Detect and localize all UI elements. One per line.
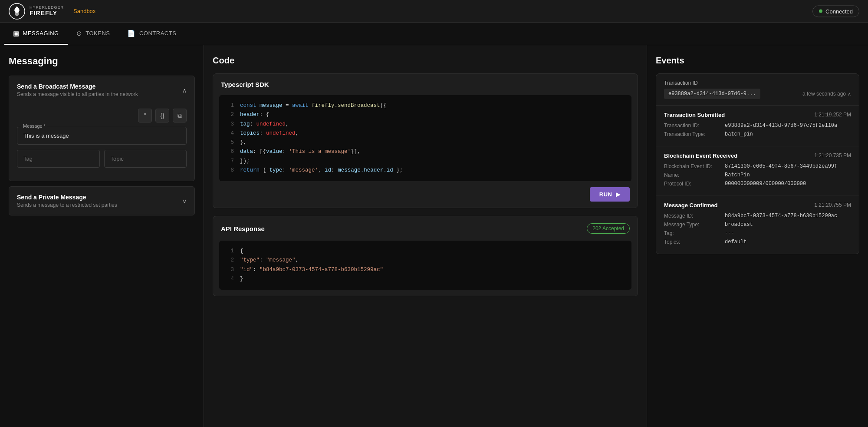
code-line-5: 5 }, (227, 138, 624, 147)
message-input[interactable] (17, 127, 187, 145)
tag-topic-row (17, 150, 187, 173)
event-section-message-confirmed: Message Confirmed 1:21:20.755 PM Message… (656, 196, 859, 254)
api-line-4: 4 } (227, 275, 624, 284)
tab-messaging[interactable]: ▣ MESSAGING (4, 23, 68, 45)
event-val-msg-topics: default (725, 239, 746, 245)
event-section-tx-submitted-header: Transaction Submitted 1:21:19.252 PM (664, 112, 851, 118)
event-key-blockchain-name: Name: (664, 172, 725, 178)
toolbar: " {} ⧉ (17, 109, 187, 122)
private-accordion-header-left: Send a Private Message Sends a message t… (17, 194, 117, 208)
event-section-blockchain: Blockchain Event Received 1:21:20.735 PM… (656, 146, 859, 196)
logo-area: HYPERLEDGER FIREFLY Sandbox (9, 3, 95, 20)
event-section-tx-submitted: Transaction Submitted 1:21:19.252 PM Tra… (656, 106, 859, 146)
topic-field (104, 150, 187, 168)
api-response-title: API Response (221, 225, 265, 232)
event-val-blockchain-name: BatchPin (725, 172, 750, 178)
top-nav: HYPERLEDGER FIREFLY Sandbox Connected (0, 0, 868, 23)
api-response-card: API Response 202 Accepted 1 { 2 "type": … (213, 216, 638, 296)
message-field: Message * (17, 127, 187, 145)
quote-button[interactable]: " (138, 109, 152, 122)
code-line-3: 3 tag: undefined, (227, 120, 624, 129)
tab-tokens[interactable]: ⊙ TOKENS (68, 23, 119, 45)
code-line-6: 6 data: [{value: 'This is a message'}], (227, 147, 624, 156)
events-card: Transaction ID e93889a2-d314-413d-97d6-9… (656, 73, 859, 254)
event-val-tx-type: batch_pin (725, 131, 753, 137)
topic-input[interactable] (104, 150, 187, 168)
broadcast-accordion-body: " {} ⧉ Message * (9, 104, 194, 181)
code-line-7: 7 }); (227, 157, 624, 166)
event-val-msg-tag: --- (725, 230, 734, 236)
left-panel: Messaging Send a Broadcast Message Sends… (0, 45, 204, 427)
api-line-2: 2 "type": "message", (227, 256, 624, 265)
broadcast-chevron-icon: ∧ (182, 87, 187, 94)
transaction-id-header: Transaction ID e93889a2-d314-413d-97d6-9… (656, 74, 859, 106)
brand-text: HYPERLEDGER FIREFLY (30, 6, 64, 17)
center-panel: Code Typescript SDK 1 const message = aw… (204, 45, 647, 427)
event-row-msg-type: Message Type: broadcast (664, 222, 851, 228)
broadcast-accordion-header-left: Send a Broadcast Message Sends a message… (17, 83, 138, 97)
center-title: Code (213, 56, 638, 66)
event-val-msg-type: broadcast (725, 222, 753, 228)
transaction-time-label: a few seconds ago (802, 91, 846, 97)
api-response-code-block: 1 { 2 "type": "message", 3 "id": "b84a9b… (219, 241, 631, 290)
tab-tokens-label: TOKENS (85, 30, 110, 36)
transaction-time-header: a few seconds ago ∧ (802, 91, 851, 97)
event-key-tx-id: Transaction ID: (664, 122, 725, 129)
tokens-icon: ⊙ (76, 30, 82, 37)
event-section-blockchain-title: Blockchain Event Received (664, 152, 737, 159)
run-btn-row: RUN ▶ (213, 181, 638, 208)
typescript-sdk-card: Typescript SDK 1 const message = await f… (213, 73, 638, 208)
private-accordion-title: Send a Private Message (17, 194, 117, 201)
event-section-tx-submitted-time: 1:21:19.252 PM (814, 112, 851, 118)
copy-button[interactable]: ⧉ (173, 109, 187, 122)
private-chevron-icon: ∨ (182, 198, 187, 205)
event-key-blockchain-id: Blockchain Event ID: (664, 163, 725, 169)
transaction-id-row: e93889a2-d314-413d-97d6-9... a few secon… (664, 89, 851, 99)
page-title: Messaging (9, 56, 195, 67)
run-arrow-icon: ▶ (616, 191, 621, 198)
connected-label: Connected (825, 8, 853, 14)
event-key-msg-tag: Tag: (664, 230, 725, 236)
event-row-msg-topics: Topics: default (664, 239, 851, 245)
event-key-msg-id: Message ID: (664, 213, 725, 219)
typescript-code-block: 1 const message = await firefly.sendBroa… (219, 95, 631, 181)
transaction-id-label: Transaction ID (664, 80, 851, 86)
event-key-blockchain-protocol: Protocol ID: (664, 181, 725, 187)
event-row-msg-tag: Tag: --- (664, 230, 851, 236)
private-accordion-subtitle: Sends a message to a restricted set part… (17, 202, 117, 208)
tab-messaging-label: MESSAGING (23, 30, 59, 36)
event-key-msg-type: Message Type: (664, 222, 725, 228)
tag-input[interactable] (17, 150, 100, 168)
event-row-blockchain-name: Name: BatchPin (664, 172, 851, 178)
message-label: Message * (21, 123, 47, 129)
broadcast-accordion-header[interactable]: Send a Broadcast Message Sends a message… (9, 76, 194, 104)
event-val-blockchain-protocol: 000000000009/000000/000000 (725, 181, 806, 187)
event-section-message-confirmed-time: 1:21:20.755 PM (814, 202, 851, 209)
event-section-message-confirmed-header: Message Confirmed 1:21:20.755 PM (664, 202, 851, 209)
event-section-message-confirmed-title: Message Confirmed (664, 202, 718, 209)
broadcast-accordion-subtitle: Sends a message visible to all parties i… (17, 91, 138, 97)
status-badge: 202 Accepted (587, 223, 630, 234)
brand-bottom: FIREFLY (30, 10, 64, 17)
private-accordion-header[interactable]: Send a Private Message Sends a message t… (9, 187, 194, 215)
event-key-tx-type: Transaction Type: (664, 131, 725, 137)
broadcast-accordion: Send a Broadcast Message Sends a message… (9, 76, 195, 181)
event-row-msg-id: Message ID: b84a9bc7-0373-4574-a778-b630… (664, 213, 851, 219)
event-val-blockchain-id: 87141300-c665-49f4-8e67-3449bd2ea99f (725, 163, 837, 169)
connected-badge: Connected (812, 5, 859, 17)
code-line-4: 4 topics: undefined, (227, 129, 624, 138)
event-row-tx-type: Transaction Type: batch_pin (664, 131, 851, 137)
event-section-blockchain-time: 1:21:20.735 PM (814, 152, 851, 159)
run-button[interactable]: RUN ▶ (590, 187, 630, 202)
json-button[interactable]: {} (155, 109, 169, 122)
api-line-1: 1 { (227, 247, 624, 256)
event-row-blockchain-id: Blockchain Event ID: 87141300-c665-49f4-… (664, 163, 851, 169)
chevron-up-icon: ∧ (848, 91, 851, 97)
right-panel: Events Transaction ID e93889a2-d314-413d… (647, 45, 868, 427)
connected-dot-icon (819, 10, 822, 13)
tab-contracts[interactable]: 📄 CONTRACTS (118, 23, 185, 45)
event-val-tx-id: e93889a2-d314-413d-97d6-97c75f2e110a (725, 122, 837, 129)
private-accordion: Send a Private Message Sends a message t… (9, 186, 195, 215)
nav-tabs: ▣ MESSAGING ⊙ TOKENS 📄 CONTRACTS (0, 23, 868, 45)
typescript-sdk-header: Typescript SDK (213, 74, 638, 95)
